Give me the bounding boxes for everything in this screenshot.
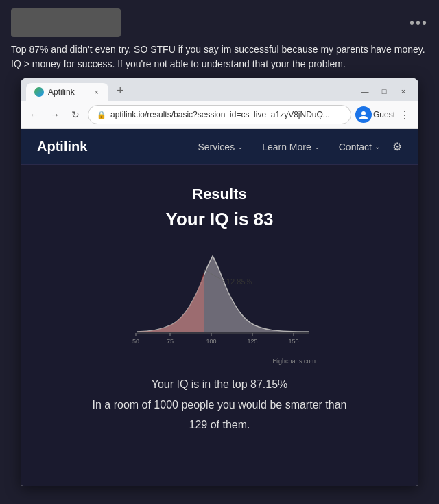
maximize-button[interactable]: □ xyxy=(375,84,394,98)
nav-services-label: Services xyxy=(198,141,235,152)
nav-learn-more[interactable]: Learn More ⌄ xyxy=(252,141,329,152)
back-button[interactable]: ← xyxy=(26,106,43,123)
url-text: aptilink.io/results/basic?session_id=cs_… xyxy=(110,110,342,119)
browser-tab[interactable]: Aptilink × xyxy=(26,83,108,101)
site-nav: Aptilink Services ⌄ Learn More ⌄ Contact… xyxy=(21,129,418,165)
svg-point-0 xyxy=(361,111,366,115)
avatar xyxy=(11,8,121,37)
stat-room-people: In a room of 1000 people you would be sm… xyxy=(34,396,405,414)
learn-more-chevron: ⌄ xyxy=(314,143,320,150)
svg-text:75: 75 xyxy=(167,338,174,345)
tab-title: Aptilink xyxy=(48,87,89,97)
iq-score: Your IQ is 83 xyxy=(34,209,405,230)
pct-label: 12.85% xyxy=(226,277,252,286)
website-content: Aptilink Services ⌄ Learn More ⌄ Contact… xyxy=(21,129,418,486)
toolbar-actions: Guest ⋮ xyxy=(355,106,413,123)
services-chevron: ⌄ xyxy=(237,143,243,150)
profile-label: Guest xyxy=(373,110,395,119)
settings-icon[interactable]: ⚙ xyxy=(392,140,402,153)
dots-menu[interactable]: ••• xyxy=(410,15,428,31)
results-area: Results Your IQ is 83 xyxy=(21,165,418,450)
browser-menu-button[interactable]: ⋮ xyxy=(396,107,413,123)
lock-icon: 🔒 xyxy=(97,111,106,119)
site-logo: Aptilink xyxy=(37,139,87,154)
nav-services[interactable]: Services ⌄ xyxy=(188,141,252,152)
tab-favicon xyxy=(34,87,44,97)
browser-toolbar: ← → ↻ 🔒 aptilink.io/results/basic?sessio… xyxy=(21,101,418,129)
tab-close-button[interactable]: × xyxy=(93,88,100,96)
post-text: Top 87% and didn't even try. SO STFU if … xyxy=(11,43,428,71)
nav-contact[interactable]: Contact ⌄ xyxy=(329,141,390,152)
post-container: ••• Top 87% and didn't even try. SO STFU… xyxy=(0,0,439,504)
svg-text:50: 50 xyxy=(132,338,139,345)
window-controls: — □ × xyxy=(355,84,413,101)
browser-titlebar: Aptilink × + — □ × xyxy=(21,78,418,101)
chart-container: 12.85% 50 75 100 125 150 H xyxy=(123,244,316,365)
nav-contact-label: Contact xyxy=(339,141,372,152)
nav-learn-more-label: Learn More xyxy=(262,141,311,152)
minimize-button[interactable]: — xyxy=(355,84,375,98)
svg-text:150: 150 xyxy=(288,338,298,345)
contact-chevron: ⌄ xyxy=(375,143,380,150)
close-button[interactable]: × xyxy=(394,84,413,98)
bell-curve-chart: 12.85% 50 75 100 125 150 xyxy=(123,244,316,354)
stat-top-percent: Your IQ is in the top 87.15% xyxy=(34,376,405,393)
profile-icon[interactable] xyxy=(355,106,372,123)
address-bar[interactable]: 🔒 aptilink.io/results/basic?session_id=c… xyxy=(88,105,351,124)
forward-button[interactable]: → xyxy=(47,106,63,123)
post-header: ••• xyxy=(11,8,428,37)
svg-text:125: 125 xyxy=(247,338,257,345)
reload-button[interactable]: ↻ xyxy=(67,106,84,123)
browser-window: Aptilink × + — □ × ← → ↻ 🔒 aptilink.io/r… xyxy=(21,78,418,486)
svg-text:100: 100 xyxy=(206,338,216,345)
stat-smarter-count: 129 of them. xyxy=(34,416,405,434)
stats-text: Your IQ is in the top 87.15% In a room o… xyxy=(34,376,405,434)
new-tab-button[interactable]: + xyxy=(111,82,130,100)
results-title: Results xyxy=(34,185,405,203)
chart-attribution: Highcharts.com xyxy=(123,358,316,365)
